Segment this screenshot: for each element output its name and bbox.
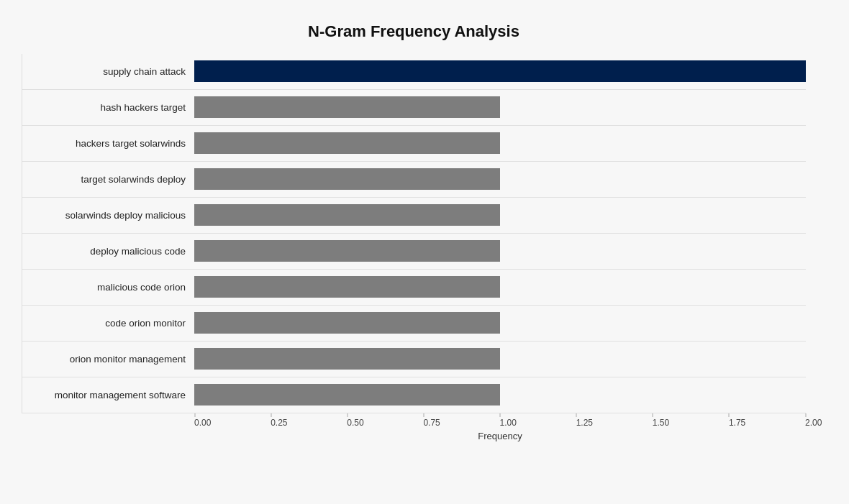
x-tick: 0.50 [347, 418, 348, 428]
bar-fill [194, 168, 500, 190]
bar-track [194, 126, 806, 161]
bar-label: monitor management software [22, 390, 194, 400]
bar-fill [194, 312, 500, 334]
bars-section: supply chain attackhash hackers targetha… [22, 54, 806, 413]
bar-label: hash hackers target [22, 102, 194, 113]
bar-row: hackers target solarwinds [22, 126, 806, 162]
bar-fill [194, 276, 500, 298]
bar-track [194, 306, 806, 341]
bar-row: target solarwinds deploy [22, 162, 806, 198]
bar-fill [194, 132, 500, 154]
x-tick: 0.75 [423, 418, 424, 428]
bar-track [194, 198, 806, 233]
bar-label: orion monitor management [22, 354, 194, 365]
bar-track [194, 377, 806, 413]
bar-row: code orion monitor [22, 306, 806, 342]
bar-fill [194, 96, 500, 118]
bar-row: hash hackers target [22, 90, 806, 126]
x-tick: 1.25 [576, 418, 577, 428]
bar-row: supply chain attack [22, 54, 806, 90]
bar-track [194, 54, 806, 89]
x-tick: 1.00 [500, 418, 501, 428]
x-tick: 1.75 [729, 418, 730, 428]
bar-label: target solarwinds deploy [22, 174, 194, 185]
bar-label: code orion monitor [22, 318, 194, 329]
x-tick: 0.00 [194, 418, 195, 428]
bar-row: monitor management software [22, 377, 806, 413]
x-axis-label: Frequency [194, 431, 806, 441]
bar-label: supply chain attack [22, 66, 194, 77]
bar-fill [194, 60, 806, 82]
bar-row: malicious code orion [22, 270, 806, 306]
x-tick: 2.00 [805, 418, 806, 428]
bar-label: malicious code orion [22, 282, 194, 293]
chart-area: supply chain attackhash hackers targetha… [22, 54, 806, 449]
bar-fill [194, 204, 500, 226]
chart-container: N-Gram Frequency Analysis supply chain a… [14, 8, 835, 497]
bar-track [194, 270, 806, 305]
bar-track [194, 342, 806, 377]
bar-fill [194, 384, 500, 406]
bar-label: solarwinds deploy malicious [22, 210, 194, 221]
bar-label: deploy malicious code [22, 246, 194, 257]
bar-row: deploy malicious code [22, 234, 806, 270]
chart-title: N-Gram Frequency Analysis [22, 22, 806, 41]
bar-fill [194, 240, 500, 262]
bar-fill [194, 348, 500, 370]
x-axis: 0.000.250.500.751.001.251.501.752.00 Fre… [194, 413, 806, 449]
bar-track [194, 162, 806, 197]
bar-label: hackers target solarwinds [22, 138, 194, 149]
x-tick: 0.25 [271, 418, 271, 428]
x-tick: 1.50 [653, 418, 653, 428]
bar-row: solarwinds deploy malicious [22, 198, 806, 234]
bar-track [194, 90, 806, 125]
bar-track [194, 234, 806, 269]
bar-row: orion monitor management [22, 342, 806, 377]
